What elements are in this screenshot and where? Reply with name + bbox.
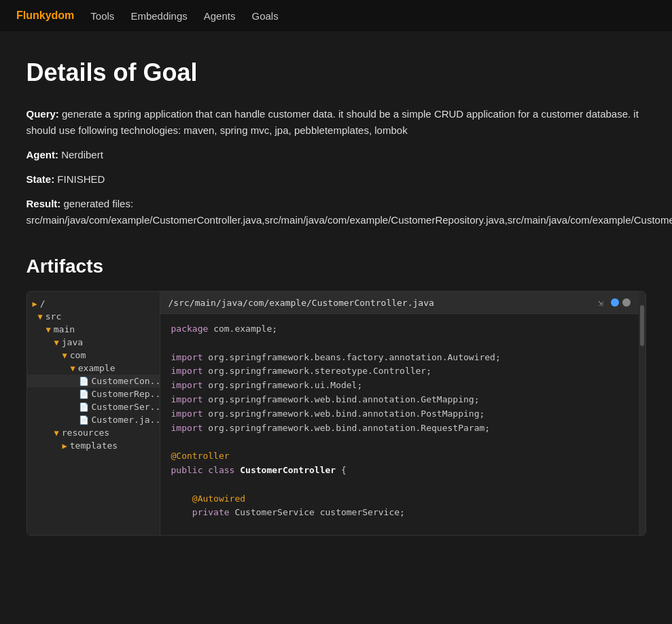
result-text: generated files: bbox=[64, 198, 134, 209]
state-value: FINISHED bbox=[57, 173, 105, 185]
dot-gray bbox=[622, 298, 631, 307]
query-row: Query: generate a spring application tha… bbox=[26, 106, 646, 139]
artifact-panel: ▶ / ▼ src ▼ main ▼ java ▼ com ▼ example bbox=[26, 291, 646, 536]
file-icon: 📄 bbox=[79, 402, 89, 412]
file-icon: 📄 bbox=[79, 377, 89, 386]
tree-root[interactable]: ▶ / bbox=[27, 297, 160, 310]
agent-row: Agent: Nerdibert bbox=[26, 147, 646, 163]
query-text: generate a spring application that can h… bbox=[26, 108, 639, 136]
tree-java[interactable]: ▼ java bbox=[27, 336, 160, 349]
tree-customercontroller-label: CustomerCon... bbox=[92, 376, 160, 386]
folder-icon: ▼ bbox=[46, 325, 51, 334]
file-icon: 📄 bbox=[79, 415, 89, 425]
tree-templates-label: templates bbox=[70, 440, 118, 451]
tree-customer-label: Customer.ja... bbox=[92, 415, 160, 425]
tree-customer[interactable]: 📄 Customer.ja... bbox=[27, 413, 160, 426]
tree-customerservice[interactable]: 📄 CustomerSer... bbox=[27, 400, 160, 413]
agent-label: Agent: bbox=[26, 149, 59, 160]
tree-main-label: main bbox=[54, 324, 75, 334]
tree-customerrepository-label: CustomerRep... bbox=[92, 389, 160, 399]
nav-link-tools[interactable]: Tools bbox=[90, 10, 114, 22]
tree-templates[interactable]: ▶ templates bbox=[27, 439, 160, 452]
code-header: /src/main/java/com/example/CustomerContr… bbox=[160, 292, 639, 314]
file-tree[interactable]: ▶ / ▼ src ▼ main ▼ java ▼ com ▼ example bbox=[27, 292, 160, 535]
nav-brand[interactable]: Flunkydom bbox=[16, 10, 74, 22]
nav-link-embeddings[interactable]: Embeddings bbox=[130, 10, 187, 22]
code-header-right: ⇲ bbox=[598, 297, 630, 308]
result-files: src/main/java/com/example/CustomerContro… bbox=[26, 214, 673, 226]
tree-customerservice-label: CustomerSer... bbox=[92, 402, 160, 412]
nav-link-agents[interactable]: Agents bbox=[204, 10, 236, 22]
file-icon: 📄 bbox=[79, 389, 89, 399]
state-row: State: FINISHED bbox=[26, 171, 646, 188]
code-dots bbox=[611, 298, 631, 307]
nav-link-goals[interactable]: Goals bbox=[251, 10, 278, 22]
tree-resources[interactable]: ▼ resources bbox=[27, 426, 160, 439]
query-label: Query: bbox=[26, 108, 59, 120]
folder-icon: ▼ bbox=[54, 428, 59, 438]
navbar: Flunkydom Tools Embeddings Agents Goals bbox=[0, 0, 672, 31]
code-content: package com.example; import org.springfr… bbox=[171, 322, 628, 535]
folder-icon: ▶ bbox=[33, 299, 37, 309]
scrollbar-thumb[interactable] bbox=[640, 305, 644, 346]
page-title: Details of Goal bbox=[26, 58, 646, 87]
tree-java-label: java bbox=[62, 337, 83, 347]
folder-icon: ▼ bbox=[54, 338, 59, 347]
artifacts-title: Artifacts bbox=[26, 256, 646, 277]
tree-customercontroller[interactable]: 📄 CustomerCon... bbox=[27, 375, 160, 387]
code-body[interactable]: package com.example; import org.springfr… bbox=[160, 314, 639, 535]
result-row: Result: generated files: src/main/java/c… bbox=[26, 196, 646, 228]
tree-com-label: com bbox=[70, 350, 86, 360]
main-content: Details of Goal Query: generate a spring… bbox=[10, 31, 662, 563]
expand-icon[interactable]: ⇲ bbox=[598, 297, 603, 308]
tree-main[interactable]: ▼ main bbox=[27, 323, 160, 336]
code-panel: /src/main/java/com/example/CustomerContr… bbox=[160, 292, 639, 535]
tree-root-label: / bbox=[40, 298, 46, 309]
tree-src[interactable]: ▼ src bbox=[27, 310, 160, 323]
dot-blue bbox=[611, 298, 619, 307]
tree-example-label: example bbox=[78, 363, 116, 373]
tree-src-label: src bbox=[46, 311, 61, 322]
folder-icon: ▼ bbox=[63, 351, 67, 360]
tree-resources-label: resources bbox=[62, 428, 109, 438]
state-label: State: bbox=[26, 173, 55, 185]
tree-example[interactable]: ▼ example bbox=[27, 362, 160, 375]
folder-icon: ▼ bbox=[38, 312, 43, 322]
result-label: Result: bbox=[26, 198, 61, 209]
tree-customerrepository[interactable]: 📄 CustomerRep... bbox=[27, 387, 160, 400]
agent-value: Nerdibert bbox=[61, 149, 103, 160]
scrollbar-track[interactable] bbox=[639, 292, 646, 535]
folder-icon: ▼ bbox=[71, 364, 75, 373]
tree-com[interactable]: ▼ com bbox=[27, 349, 160, 362]
code-filename: /src/main/java/com/example/CustomerContr… bbox=[169, 298, 434, 308]
folder-icon: ▶ bbox=[63, 441, 67, 451]
